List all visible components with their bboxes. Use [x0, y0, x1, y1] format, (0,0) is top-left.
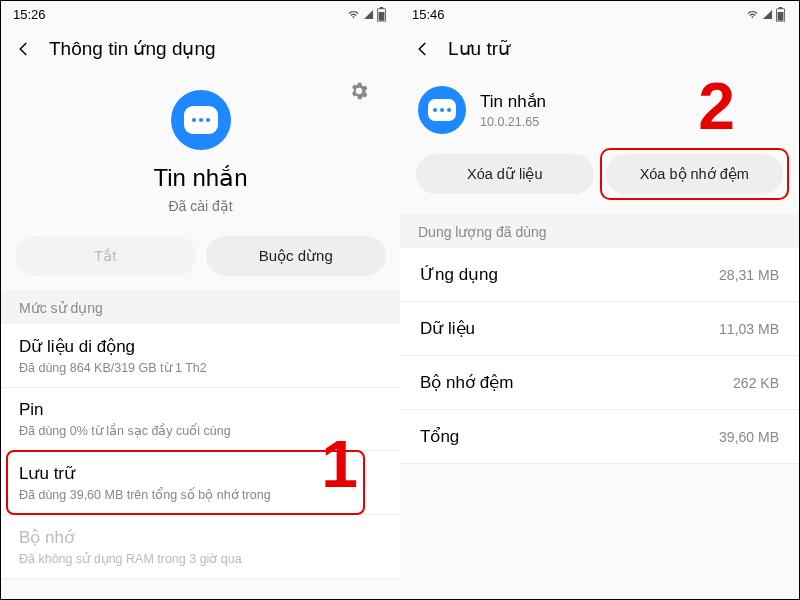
row-memory[interactable]: Bộ nhớ Đã không sử dụng RAM trong 3 giờ …: [1, 515, 400, 579]
kv-label: Dữ liệu: [420, 318, 475, 339]
clear-data-button[interactable]: Xóa dữ liệu: [416, 154, 594, 194]
storage-buttons: Xóa dữ liệu Xóa bộ nhớ đệm: [400, 142, 799, 214]
row-app-size: Ứng dụng 28,31 MB: [400, 248, 799, 302]
app-version: 10.0.21.65: [480, 115, 546, 129]
app-icon: [171, 90, 231, 150]
svg-rect-2: [379, 12, 385, 21]
app-row: Tin nhắn 10.0.21.65: [400, 70, 799, 142]
usage-section-label: Mức sử dụng: [1, 290, 400, 324]
disable-button[interactable]: Tắt: [15, 236, 196, 276]
svg-rect-4: [779, 7, 782, 9]
gear-icon: [348, 80, 370, 102]
row-subtitle: Đã không sử dụng RAM trong 3 giờ qua: [19, 551, 382, 566]
action-buttons: Tắt Buộc dừng: [1, 228, 400, 290]
row-cache-size: Bộ nhớ đệm 262 KB: [400, 356, 799, 410]
row-title: Bộ nhớ: [19, 527, 382, 548]
app-hero: Tin nhắn Đã cài đặt: [1, 70, 400, 228]
back-icon[interactable]: [15, 40, 33, 58]
row-mobile-data[interactable]: Dữ liệu di động Đã dùng 864 KB/319 GB từ…: [1, 324, 400, 388]
status-bar: 15:46: [400, 1, 799, 27]
svg-rect-1: [380, 7, 383, 9]
battery-icon: [776, 7, 785, 22]
kv-label: Tổng: [420, 426, 459, 447]
kv-value: 11,03 MB: [719, 321, 779, 337]
kv-value: 262 KB: [733, 375, 779, 391]
kv-value: 28,31 MB: [719, 267, 779, 283]
usage-section-label: Dung lượng đã dùng: [400, 214, 799, 248]
signal-icon: [362, 9, 375, 20]
status-time: 15:26: [13, 7, 46, 22]
header: Lưu trữ: [400, 27, 799, 70]
app-install-status: Đã cài đặt: [168, 198, 232, 214]
app-icon: [418, 86, 466, 134]
app-name: Tin nhắn: [480, 91, 546, 112]
page-title: Lưu trữ: [448, 37, 510, 60]
row-title: Pin: [19, 400, 382, 420]
status-time: 15:46: [412, 7, 445, 22]
kv-label: Bộ nhớ đệm: [420, 372, 513, 393]
clear-cache-button[interactable]: Xóa bộ nhớ đệm: [606, 154, 784, 194]
app-name: Tin nhắn: [153, 164, 247, 192]
battery-icon: [377, 7, 386, 22]
row-total-size: Tổng 39,60 MB: [400, 410, 799, 464]
back-icon[interactable]: [414, 40, 432, 58]
page-title: Thông tin ứng dụng: [49, 37, 216, 60]
row-data-size: Dữ liệu 11,03 MB: [400, 302, 799, 356]
header: Thông tin ứng dụng: [1, 27, 400, 70]
wifi-icon: [746, 9, 759, 20]
force-stop-button[interactable]: Buộc dừng: [206, 236, 387, 276]
signal-icon: [761, 9, 774, 20]
row-subtitle: Đã dùng 864 KB/319 GB từ 1 Th2: [19, 360, 382, 375]
kv-value: 39,60 MB: [719, 429, 779, 445]
callout-number-1: 1: [321, 431, 358, 497]
callout-number-2: 2: [698, 73, 735, 139]
kv-label: Ứng dụng: [420, 264, 498, 285]
row-title: Dữ liệu di động: [19, 336, 382, 357]
wifi-icon: [347, 9, 360, 20]
screen-storage: 15:46 Lưu trữ 2 Tin nhắn 10.0.21.65 Xóa …: [400, 1, 799, 599]
status-bar: 15:26: [1, 1, 400, 27]
screen-app-info: 15:26 Thông tin ứng dụng Tin nhắn Đã cài…: [1, 1, 400, 599]
svg-rect-5: [778, 12, 784, 21]
app-settings-button[interactable]: [348, 80, 370, 106]
